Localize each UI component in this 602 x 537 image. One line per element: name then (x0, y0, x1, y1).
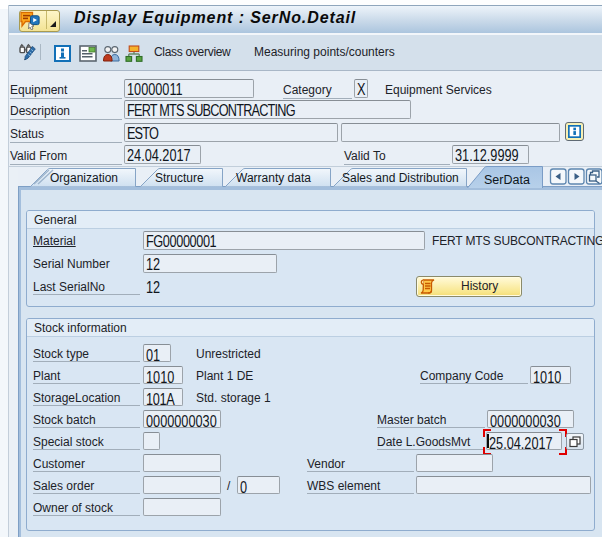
svg-text:Warranty data: Warranty data (236, 171, 311, 185)
svg-text:Structure: Structure (155, 171, 204, 185)
svg-text:Organization: Organization (50, 171, 118, 185)
svg-text:Sales and Distribution: Sales and Distribution (342, 171, 459, 185)
svg-text:SerData: SerData (484, 173, 530, 187)
